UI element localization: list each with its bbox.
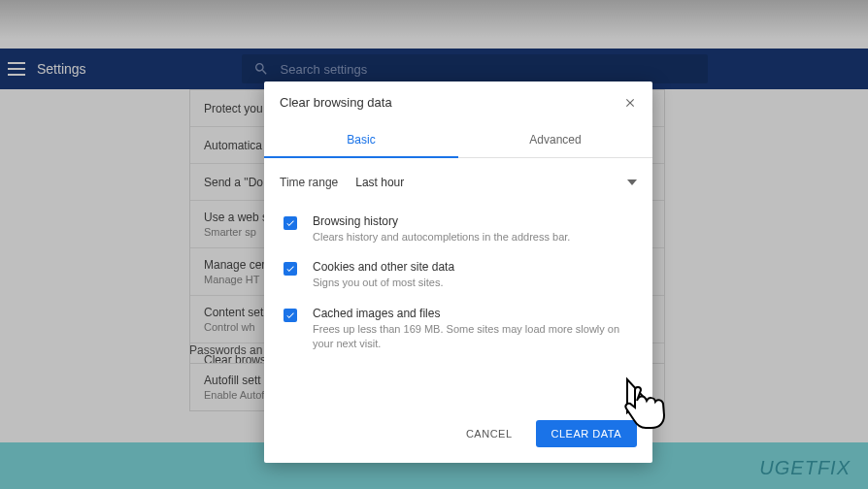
clear-data-button[interactable]: CLEAR DATA xyxy=(536,420,637,447)
hamburger-icon[interactable] xyxy=(8,62,25,76)
cancel-button[interactable]: CANCEL xyxy=(451,420,528,447)
checkbox[interactable] xyxy=(284,309,297,322)
option-cookies[interactable]: Cookies and other site data Signs you ou… xyxy=(264,252,652,298)
search-icon xyxy=(253,61,269,77)
dialog-title: Clear browsing data xyxy=(280,95,392,110)
svg-rect-0 xyxy=(8,62,25,64)
checkbox[interactable] xyxy=(284,216,297,230)
close-icon[interactable] xyxy=(623,96,637,110)
page-title: Settings xyxy=(37,61,86,77)
window-chrome-gradient xyxy=(0,0,868,39)
dialog-tabs: Basic Advanced xyxy=(264,123,652,158)
clear-browsing-data-dialog: Clear browsing data Basic Advanced Time … xyxy=(264,82,652,463)
search-input[interactable]: Search settings xyxy=(242,54,708,83)
svg-rect-2 xyxy=(8,74,25,76)
search-placeholder: Search settings xyxy=(281,62,368,77)
chevron-down-icon xyxy=(627,179,637,185)
tab-advanced[interactable]: Advanced xyxy=(458,123,652,157)
tab-basic[interactable]: Basic xyxy=(264,123,458,158)
watermark-text: UGETFIX xyxy=(759,457,851,479)
option-cached-files[interactable]: Cached images and files Frees up less th… xyxy=(264,299,652,360)
time-range-value: Last hour xyxy=(355,176,404,189)
time-range-select[interactable]: Last hour xyxy=(355,172,637,193)
option-browsing-history[interactable]: Browsing history Clears history and auto… xyxy=(264,207,652,252)
checkbox[interactable] xyxy=(284,262,297,276)
svg-rect-1 xyxy=(8,68,25,70)
time-range-label: Time range xyxy=(280,176,338,189)
section-heading: Passwords an xyxy=(189,343,262,357)
